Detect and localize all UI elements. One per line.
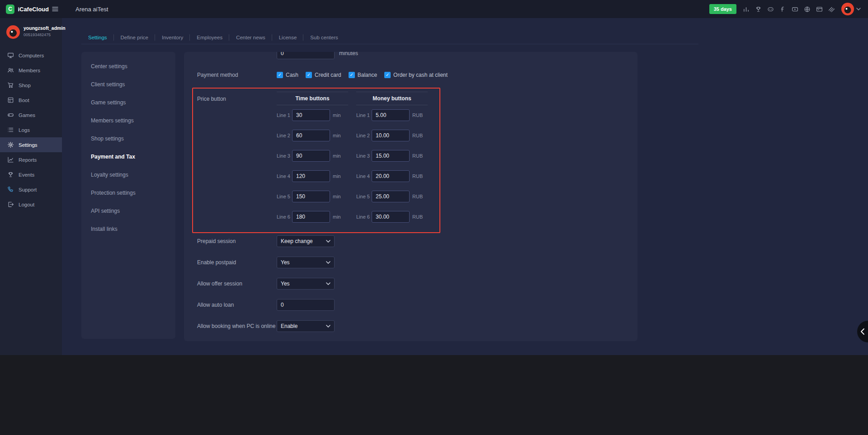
settings-menu-item-payment-and-tax[interactable]: Payment and Tax <box>81 148 175 166</box>
card-icon[interactable] <box>816 6 823 13</box>
allow-booking-select[interactable]: Enable <box>277 320 335 332</box>
sidebar-item-label: Reports <box>19 157 37 163</box>
checkbox-checked-icon[interactable] <box>306 72 312 78</box>
globe-icon[interactable] <box>804 6 811 13</box>
brand[interactable]: C iCafeCloud <box>0 5 49 14</box>
avatar <box>841 3 854 15</box>
hamburger-menu-icon[interactable] <box>52 5 59 13</box>
settings-menu-item-members-settings[interactable]: Members settings <box>81 112 175 130</box>
tab-settings[interactable]: Settings <box>81 31 114 44</box>
allow-auto-loan-input[interactable] <box>277 299 335 311</box>
checkbox-checked-icon[interactable] <box>349 72 355 78</box>
tabbar: Settings Define price Inventory Employee… <box>81 31 698 44</box>
checkbox-checked-icon[interactable] <box>277 72 283 78</box>
bar-chart-icon[interactable] <box>743 6 750 13</box>
settings-menu-item-loyalty-settings[interactable]: Loyalty settings <box>81 166 175 184</box>
time-line-2-input[interactable] <box>292 130 330 141</box>
form-row-allow-auto-loan: Allow auto loan <box>197 299 637 311</box>
sidebar-item-logs[interactable]: Logs <box>0 122 62 137</box>
line-label: Line 2 <box>277 133 292 138</box>
settings-menu-item-client-settings[interactable]: Client settings <box>81 75 175 94</box>
layers-icon[interactable] <box>828 6 835 13</box>
time-line-3-input[interactable] <box>292 150 330 162</box>
line-label: Line 6 <box>277 214 292 220</box>
tab-employees[interactable]: Employees <box>190 31 229 44</box>
boot-icon <box>7 97 14 103</box>
brand-name: iCafeCloud <box>18 6 49 13</box>
sidebar-item-reports[interactable]: Reports <box>0 152 62 167</box>
clipped-input[interactable] <box>277 52 335 59</box>
gamepad-icon <box>7 112 14 118</box>
sidebar-item-logout[interactable]: Logout <box>0 197 62 212</box>
field-label: Enable postpaid <box>197 259 277 266</box>
unit-label: min <box>333 194 345 199</box>
youtube-icon[interactable] <box>792 6 798 13</box>
sidebar-item-boot[interactable]: Boot <box>0 93 62 108</box>
tab-define-price[interactable]: Define price <box>114 31 155 44</box>
user-menu[interactable] <box>841 3 861 15</box>
topbar: C iCafeCloud Arena aiTest 35 days <box>0 0 868 18</box>
license-days-badge[interactable]: 35 days <box>709 4 736 14</box>
enable-postpaid-select[interactable]: Yes <box>277 257 335 268</box>
settings-menu-item-api-settings[interactable]: API settings <box>81 202 175 220</box>
sidebar-item-label: Logout <box>19 202 34 207</box>
unit-label: min <box>333 112 345 118</box>
trophy-icon[interactable] <box>755 6 762 13</box>
sidebar-item-events[interactable]: Events <box>0 167 62 182</box>
time-line-1-input[interactable] <box>292 109 330 121</box>
tab-sub-centers[interactable]: Sub centers <box>303 31 344 44</box>
time-buttons-table: Time buttons Line 1 min Line 2 min Line … <box>277 92 348 223</box>
time-line-4-input[interactable] <box>292 170 330 182</box>
user-name: youngzsoft_admin <box>24 25 66 32</box>
computer-icon <box>7 52 14 59</box>
time-line-6-input[interactable] <box>292 211 330 223</box>
payment-option-order-by-cash-at-client[interactable]: Order by cash at client <box>384 72 448 78</box>
tab-license[interactable]: License <box>272 31 304 44</box>
price-button-label: Price button <box>197 92 277 223</box>
minutes-suffix: minutes <box>339 52 358 56</box>
facebook-icon[interactable] <box>779 6 786 13</box>
payment-option-balance[interactable]: Balance <box>349 72 377 78</box>
sidebar-user[interactable]: youngzsoft_admin 005193482475 <box>0 18 62 45</box>
allow-offer-session-select[interactable]: Yes <box>277 278 335 290</box>
tab-center-news[interactable]: Center news <box>229 31 272 44</box>
gear-icon <box>7 141 14 148</box>
line-label: Line 5 <box>356 194 372 199</box>
logout-icon <box>7 201 14 208</box>
sidebar-item-label: Support <box>19 187 37 192</box>
tab-inventory[interactable]: Inventory <box>155 31 190 44</box>
line-label: Line 6 <box>356 214 372 220</box>
money-line-2-input[interactable] <box>372 130 410 141</box>
money-line-4-input[interactable] <box>372 170 410 182</box>
money-line-3-input[interactable] <box>372 150 410 162</box>
sidebar-item-games[interactable]: Games <box>0 108 62 122</box>
money-line-5-input[interactable] <box>372 191 410 202</box>
discord-icon[interactable] <box>767 6 774 13</box>
money-line-6-input[interactable] <box>372 211 410 223</box>
chevron-down-icon <box>326 240 330 243</box>
sidebar-item-shop[interactable]: Shop <box>0 78 62 93</box>
time-line-5-input[interactable] <box>292 191 330 202</box>
form-row-allow-offer-session: Allow offer session Yes <box>197 278 637 290</box>
money-row-4: Line 4 RUB <box>356 170 428 182</box>
settings-menu-item-shop-settings[interactable]: Shop settings <box>81 130 175 148</box>
sidebar-item-members[interactable]: Members <box>0 63 62 78</box>
sidebar-item-support[interactable]: Support <box>0 182 62 197</box>
payment-option-credit-card[interactable]: Credit card <box>306 72 341 78</box>
payment-method-label: Payment method <box>197 72 277 78</box>
settings-menu-item-protection-settings[interactable]: Protection settings <box>81 184 175 202</box>
settings-menu-item-game-settings[interactable]: Game settings <box>81 94 175 112</box>
sidebar-item-computers[interactable]: Computers <box>0 48 62 63</box>
settings-menu-item-install-links[interactable]: Install links <box>81 220 175 238</box>
members-icon <box>7 67 14 74</box>
sidebar-item-settings[interactable]: Settings <box>0 137 62 152</box>
sidebar-user-info: youngzsoft_admin 005193482475 <box>24 25 66 37</box>
payment-option-cash[interactable]: Cash <box>277 72 298 78</box>
checkbox-checked-icon[interactable] <box>384 72 391 78</box>
prepaid-session-select[interactable]: Keep change <box>277 235 335 247</box>
sidebar-item-label: Boot <box>19 98 29 103</box>
clipped-form-row: minutes <box>197 52 637 59</box>
money-line-1-input[interactable] <box>372 109 410 121</box>
money-row-3: Line 3 RUB <box>356 150 428 162</box>
settings-menu-item-center-settings[interactable]: Center settings <box>81 57 175 75</box>
